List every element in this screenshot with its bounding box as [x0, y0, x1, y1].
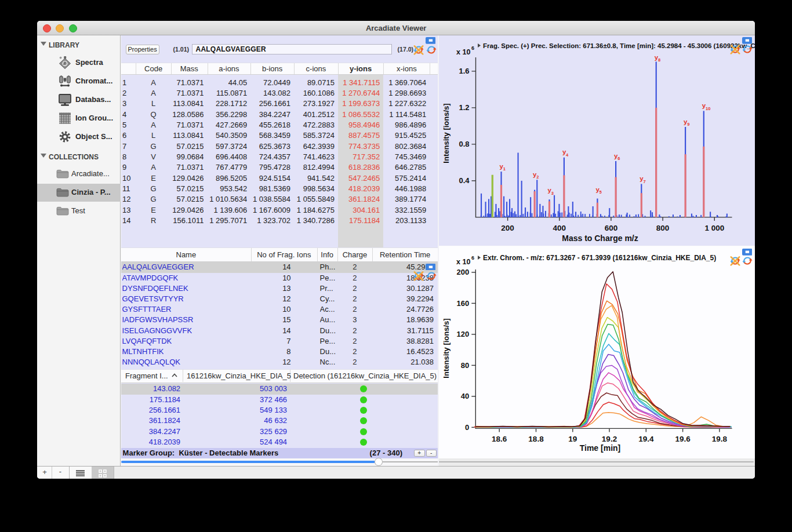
svg-text:200: 200: [501, 224, 514, 232]
svg-text:18.8: 18.8: [528, 435, 544, 443]
svg-text:1.6: 1.6: [459, 67, 469, 75]
svg-text:19: 19: [568, 435, 577, 443]
svg-text:x 10: x 10: [456, 48, 470, 56]
svg-text:9: 9: [687, 122, 689, 127]
svg-text:0: 0: [465, 423, 469, 432]
svg-text:Intensity [ions/s]: Intensity [ions/s]: [442, 318, 451, 378]
svg-text:19.8: 19.8: [712, 435, 728, 443]
svg-text:600: 600: [605, 224, 618, 232]
svg-text:2: 2: [536, 174, 539, 180]
svg-text:5: 5: [600, 190, 602, 195]
svg-text:800: 800: [656, 224, 670, 232]
svg-text:19.4: 19.4: [638, 435, 654, 443]
svg-text:160: 160: [457, 299, 470, 308]
svg-text:Frag. Spec. (+) Prec. Selectio: Frag. Spec. (+) Prec. Selection: 671.36±…: [483, 42, 755, 49]
svg-text:8: 8: [658, 57, 660, 63]
svg-text:1: 1: [503, 166, 506, 172]
svg-text:1 000: 1 000: [704, 224, 724, 232]
svg-text:200: 200: [457, 268, 470, 276]
svg-text:10: 10: [706, 106, 710, 111]
svg-text:3: 3: [551, 191, 554, 196]
svg-text:6: 6: [617, 156, 620, 161]
svg-text:4: 4: [566, 152, 569, 158]
svg-text:6: 6: [471, 255, 474, 261]
svg-text:6: 6: [471, 45, 474, 51]
svg-text:1.2: 1.2: [459, 103, 469, 112]
svg-text:0.8: 0.8: [459, 140, 469, 148]
svg-text:40: 40: [461, 392, 469, 400]
svg-text:Mass to Charge m/z: Mass to Charge m/z: [562, 234, 638, 243]
svg-text:19.2: 19.2: [602, 435, 617, 443]
svg-text:Intensity [ions/s]: Intensity [ions/s]: [442, 103, 451, 163]
svg-text:Extr. Chrom. - m/z: 671.3267 -: Extr. Chrom. - m/z: 671.3267 - 671.3939 …: [483, 254, 716, 262]
svg-text:7: 7: [644, 179, 646, 184]
svg-text:Time [min]: Time [min]: [580, 443, 621, 453]
svg-text:x 10: x 10: [456, 258, 470, 266]
svg-text:80: 80: [461, 361, 469, 370]
svg-text:400: 400: [553, 224, 566, 232]
svg-text:18.6: 18.6: [492, 435, 507, 443]
svg-text:0.4: 0.4: [459, 176, 470, 185]
svg-text:120: 120: [457, 330, 470, 338]
svg-text:19.6: 19.6: [675, 435, 691, 443]
